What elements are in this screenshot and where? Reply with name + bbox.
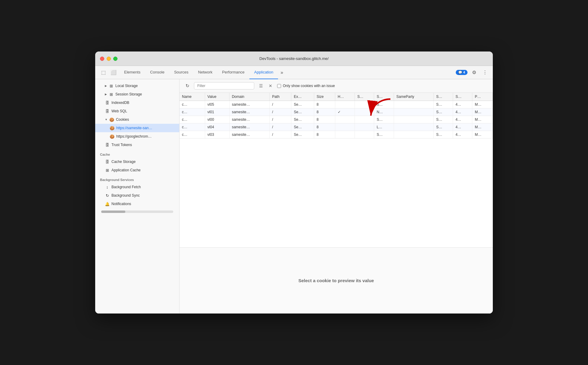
chat-badge[interactable]: 💬 4 (456, 70, 468, 75)
sidebar-item-notifications[interactable]: 🔔 Notifications (95, 200, 179, 208)
window-title: DevTools - samesite-sandbox.glitch.me/ (100, 56, 488, 61)
close-button[interactable] (100, 57, 104, 61)
table-cell (394, 108, 433, 116)
table-cell: Se… (291, 108, 314, 116)
bg-fetch-label: Background Fetch (111, 185, 141, 189)
col-s2[interactable]: S… (453, 93, 472, 101)
table-cell: S… (434, 116, 453, 123)
clear-filter-button[interactable]: ✕ (266, 82, 275, 90)
table-cell (355, 123, 374, 131)
sidebar-item-cookie-google[interactable]: 🍪 https://googlechrom… (95, 132, 179, 141)
table-cell: vl05 (205, 101, 229, 108)
col-httponly[interactable]: H… (335, 93, 355, 101)
cookie-samesite-label: https://samesite-san… (116, 126, 152, 130)
minimize-button[interactable] (107, 57, 111, 61)
table-cell: 8 (314, 131, 335, 139)
more-options-button[interactable]: ⋮ (481, 68, 489, 77)
table-cell: S… (434, 101, 453, 108)
tab-network[interactable]: Network (193, 66, 217, 79)
main-panel: ↻ ☰ ✕ Only show cookies with an issue (180, 79, 493, 314)
cookie-table-container[interactable]: Name Value Domain Path Ex… Size H… S… S…… (180, 93, 493, 247)
table-cell: N… (374, 108, 394, 116)
table-cell: S… (434, 131, 453, 139)
app-cache-label: Application Cache (111, 168, 141, 172)
table-cell: Se… (291, 123, 314, 131)
devtools-window: DevTools - samesite-sandbox.glitch.me/ ⬚… (95, 51, 493, 314)
tab-performance[interactable]: Performance (217, 66, 249, 79)
sidebar-item-bg-sync[interactable]: ↻ Background Sync (95, 191, 179, 200)
table-cell: Se… (291, 101, 314, 108)
table-row[interactable]: c…vl03samesite…/Se…8S…S…4…M… (180, 131, 493, 139)
toolbar-right: 💬 4 ⚙ ⋮ (456, 68, 489, 77)
table-cell (394, 101, 433, 108)
sidebar-item-app-cache[interactable]: ⊞ Application Cache (95, 166, 179, 174)
more-tabs-button[interactable]: » (278, 66, 286, 79)
table-row[interactable]: c…vl05samesite…/Se…8S…S…4…M… (180, 101, 493, 108)
filter-input[interactable] (194, 82, 254, 89)
table-row[interactable]: c…vl01samesite…/Se…8✓N…S…4…M… (180, 108, 493, 116)
tab-sources[interactable]: Sources (169, 66, 193, 79)
tab-elements[interactable]: Elements (119, 66, 145, 79)
cursor-icon[interactable]: ⬚ (99, 68, 108, 77)
col-sameparty[interactable]: SameParty (394, 93, 433, 101)
table-cell: vl01 (205, 108, 229, 116)
expand-arrow-icon: ▶ (105, 93, 107, 96)
table-cell: M… (472, 116, 493, 123)
col-domain[interactable]: Domain (229, 93, 269, 101)
sidebar-item-cache-storage[interactable]: 🗄 Cache Storage (95, 158, 179, 166)
table-cell: S… (374, 101, 394, 108)
refresh-button[interactable]: ↻ (183, 82, 192, 90)
table-cell: Se… (291, 116, 314, 123)
inspect-icon[interactable]: ⬜ (109, 68, 118, 77)
table-cell (394, 116, 433, 123)
websql-icon: 🗄 (105, 109, 110, 114)
col-samesite-abbr[interactable]: S… (374, 93, 394, 101)
tab-application[interactable]: Application (249, 66, 278, 79)
settings-button[interactable]: ⚙ (470, 68, 478, 77)
cookies-label: Cookies (116, 117, 129, 122)
col-path[interactable]: Path (270, 93, 291, 101)
preview-text: Select a cookie to preview its value (299, 278, 374, 283)
bg-sync-icon: ↻ (105, 193, 110, 198)
cookie-table: Name Value Domain Path Ex… Size H… S… S…… (180, 93, 493, 139)
table-cell (355, 101, 374, 108)
maximize-button[interactable] (113, 57, 117, 61)
expand-arrow-icon: ▶ (105, 84, 107, 87)
cookies-icon: 🍪 (109, 117, 114, 122)
tab-console[interactable]: Console (145, 66, 169, 79)
sidebar-item-cookies[interactable]: ▼ 🍪 Cookies (95, 115, 179, 124)
col-expires[interactable]: Ex… (291, 93, 314, 101)
table-cell: / (270, 116, 291, 123)
table-row[interactable]: c…vl00samesite…/Se…8S…S…4…M… (180, 116, 493, 123)
table-cell: / (270, 108, 291, 116)
col-name[interactable]: Name (180, 93, 205, 101)
local-storage-label: Local Storage (115, 84, 138, 88)
col-priority[interactable]: P… (472, 93, 493, 101)
sidebar-item-websql[interactable]: 🗄 Web SQL (95, 107, 179, 115)
table-cell: L… (374, 123, 394, 131)
sidebar-item-session-storage[interactable]: ▶ ⊞ Session Storage (95, 90, 179, 98)
sidebar-item-cookie-samesite[interactable]: 🍪 https://samesite-san… (95, 124, 179, 132)
table-cell: c… (180, 123, 205, 131)
table-cell: c… (180, 116, 205, 123)
filter-options-button[interactable]: ☰ (257, 82, 265, 90)
col-value[interactable]: Value (205, 93, 229, 101)
table-row[interactable]: c…vl04samesite…/Se…8L…S…4…M… (180, 123, 493, 131)
local-storage-icon: ⊞ (109, 84, 114, 88)
table-cell (355, 108, 374, 116)
sidebar-item-local-storage[interactable]: ▶ ⊞ Local Storage (95, 82, 179, 90)
issue-filter-checkbox[interactable] (277, 84, 281, 88)
trust-tokens-label: Trust Tokens (111, 143, 132, 147)
sidebar-item-bg-fetch[interactable]: ↕ Background Fetch (95, 183, 179, 191)
cache-storage-icon: 🗄 (105, 160, 110, 164)
sidebar-item-indexeddb[interactable]: 🗄 IndexedDB (95, 98, 179, 107)
col-s1[interactable]: S… (434, 93, 453, 101)
col-secure[interactable]: S… (355, 93, 374, 101)
issue-filter-label[interactable]: Only show cookies with an issue (277, 84, 335, 88)
col-size[interactable]: Size (314, 93, 335, 101)
sidebar-item-trust-tokens[interactable]: 🗄 Trust Tokens (95, 141, 179, 149)
sidebar-scrollbar[interactable] (101, 211, 173, 213)
panel-wrapper: ↻ ☰ ✕ Only show cookies with an issue (180, 79, 493, 314)
table-cell: c… (180, 108, 205, 116)
main-content: ▶ ⊞ Local Storage ▶ ⊞ Session Storage 🗄 … (95, 79, 493, 314)
